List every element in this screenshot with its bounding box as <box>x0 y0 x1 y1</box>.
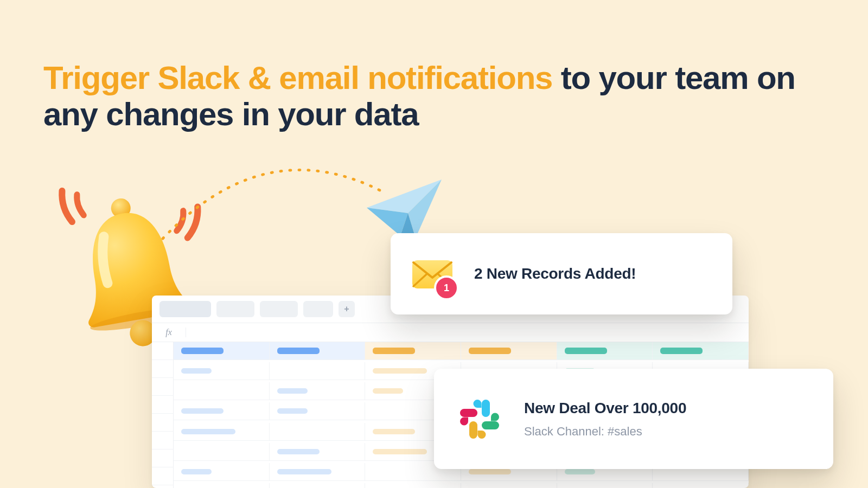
sheet-tab[interactable] <box>159 301 211 317</box>
row-gutter <box>152 342 174 488</box>
headline-accent: Trigger Slack & email notifications <box>43 60 552 96</box>
sheet-tab[interactable] <box>260 301 298 317</box>
svg-rect-11 <box>469 421 477 439</box>
svg-rect-9 <box>482 400 490 417</box>
email-card-title: 2 New Records Added! <box>474 265 636 282</box>
svg-rect-12 <box>460 409 477 417</box>
svg-rect-10 <box>482 421 499 429</box>
sheet-tab[interactable] <box>216 301 254 317</box>
email-notification-card: 1 2 New Records Added! <box>391 233 732 314</box>
sheet-new-tab-button[interactable]: + <box>339 301 355 317</box>
envelope-icon: 1 <box>409 251 456 297</box>
hero-headline: Trigger Slack & email notifications to y… <box>43 60 825 132</box>
sheet-tab[interactable] <box>303 301 333 317</box>
slack-icon <box>454 393 506 445</box>
slack-notification-card: New Deal Over 100,000 Slack Channel: #sa… <box>434 369 833 469</box>
slack-card-title: New Deal Over 100,000 <box>524 400 686 417</box>
fx-label: fx <box>152 328 186 337</box>
slack-card-subtitle: Slack Channel: #sales <box>524 425 686 439</box>
paper-plane-icon <box>362 175 444 240</box>
formula-bar[interactable]: fx <box>152 323 749 342</box>
notification-count-badge: 1 <box>434 275 459 300</box>
